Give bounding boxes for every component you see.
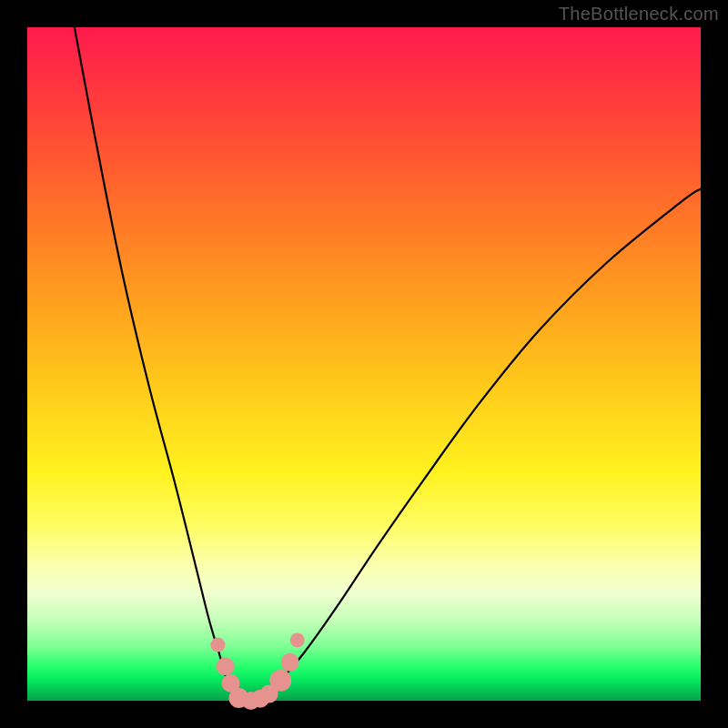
plot-area [27, 27, 701, 701]
bottleneck-dot [217, 657, 235, 675]
curve-right-branch [241, 189, 701, 701]
watermark-text: TheBottleneck.com [559, 4, 719, 25]
chart-svg [27, 27, 701, 701]
bottleneck-markers [210, 632, 304, 710]
bottleneck-dot [210, 638, 225, 652]
bottleneck-dot [281, 653, 299, 672]
bottleneck-dot [290, 632, 305, 647]
bottleneck-dot [269, 670, 291, 692]
chart-container: TheBottleneck.com [0, 0, 728, 728]
curve-left-branch [75, 27, 242, 701]
